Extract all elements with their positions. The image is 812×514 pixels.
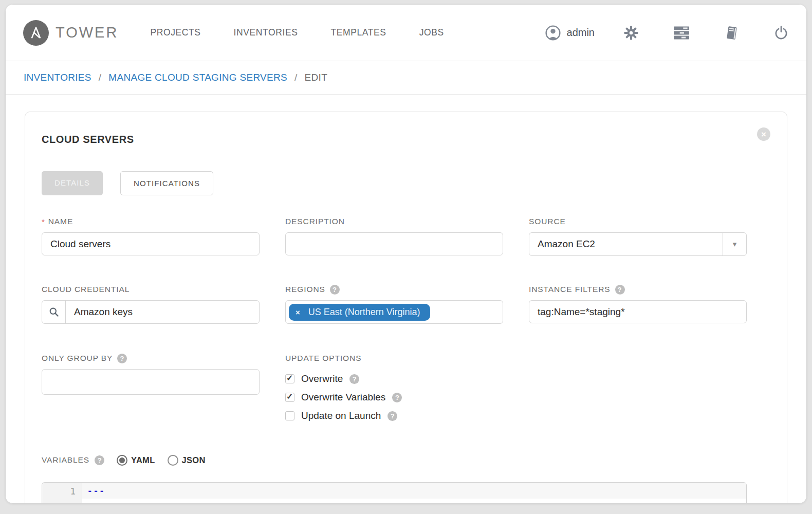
cloud-credential-value: Amazon keys	[66, 301, 259, 323]
form-row-1: * NAME DESCRIPTION SOURCE	[42, 217, 747, 256]
field-cloud-credential: CLOUD CREDENTIAL Amazon keys	[42, 285, 260, 324]
card-title: CLOUD SERVERS	[42, 127, 134, 145]
checkbox-row-update-on-launch[interactable]: Update on Launch ?	[285, 408, 503, 424]
json-radio[interactable]	[168, 455, 178, 466]
source-form: * NAME DESCRIPTION SOURCE	[42, 217, 747, 504]
user-menu[interactable]: admin	[545, 25, 595, 41]
region-tag-label: US East (Northern Virginia)	[308, 307, 420, 318]
breadcrumb-separator: /	[99, 72, 102, 83]
ansible-tower-logo-icon[interactable]	[23, 20, 49, 46]
portal-mode-icon[interactable]	[673, 25, 690, 41]
format-option-json[interactable]: JSON	[168, 455, 206, 466]
description-input[interactable]	[285, 232, 503, 255]
update-on-launch-checkbox[interactable]	[285, 411, 294, 420]
docs-book-icon[interactable]	[724, 25, 740, 41]
checkbox-row-overwrite-variables[interactable]: Overwrite Variables ?	[285, 390, 503, 405]
close-icon[interactable]: ×	[757, 127, 770, 141]
cloud-credential-lookup[interactable]: Amazon keys	[42, 300, 260, 324]
json-radio-label: JSON	[182, 455, 206, 465]
region-tag: × US East (Northern Virginia)	[289, 304, 430, 321]
app-window: TOWER PROJECTS INVENTORIES TEMPLATES JOB…	[5, 4, 807, 504]
field-name: * NAME	[42, 217, 260, 256]
settings-gear-icon[interactable]	[623, 25, 639, 41]
form-row-3: ONLY GROUP BY ? UPDATE OPTIONS Overwrite	[42, 354, 747, 427]
tab-bar: DETAILS NOTIFICATIONS	[42, 171, 770, 195]
format-option-yaml[interactable]: YAML	[117, 455, 155, 466]
form-row-3-spacer	[529, 354, 747, 427]
field-source: SOURCE Amazon EC2 ▾	[529, 217, 747, 256]
field-instance-filters: INSTANCE FILTERS ?	[529, 285, 747, 324]
help-icon[interactable]: ?	[95, 455, 104, 465]
user-avatar-icon	[545, 25, 561, 41]
help-icon[interactable]: ?	[330, 285, 340, 295]
search-icon[interactable]	[42, 301, 66, 323]
field-regions: REGIONS ? × US East (Northern Virginia)	[285, 285, 503, 324]
top-navigation: TOWER PROJECTS INVENTORIES TEMPLATES JOB…	[6, 5, 806, 61]
editor-line-number: 1	[42, 483, 82, 504]
nav-icon-group	[623, 25, 789, 41]
nav-item-jobs[interactable]: JOBS	[419, 27, 444, 38]
help-icon[interactable]: ?	[392, 393, 402, 402]
chevron-down-icon[interactable]: ▾	[723, 233, 746, 255]
overwrite-variables-label: Overwrite Variables	[301, 392, 385, 403]
name-input[interactable]	[42, 232, 260, 255]
overwrite-label: Overwrite	[301, 373, 343, 384]
overwrite-variables-checkbox[interactable]	[285, 393, 294, 402]
help-icon[interactable]: ?	[349, 374, 359, 384]
nav-item-templates[interactable]: TEMPLATES	[330, 27, 386, 38]
only-group-by-input[interactable]	[42, 369, 260, 395]
field-only-group-by: ONLY GROUP BY ?	[42, 354, 260, 427]
breadcrumb-inventories[interactable]: INVENTORIES	[24, 72, 91, 83]
nav-right-group: admin	[545, 25, 789, 41]
field-update-options: UPDATE OPTIONS Overwrite ? Overwrite Var…	[285, 354, 503, 427]
yaml-radio[interactable]	[117, 455, 127, 466]
group-edit-card: CLOUD SERVERS × DETAILS NOTIFICATIONS * …	[25, 112, 787, 504]
field-description: DESCRIPTION	[285, 217, 503, 256]
help-icon[interactable]: ?	[117, 354, 127, 363]
breadcrumb-current: EDIT	[305, 72, 327, 83]
required-star: *	[42, 217, 45, 226]
regions-multiselect[interactable]: × US East (Northern Virginia)	[285, 300, 503, 324]
help-icon[interactable]: ?	[387, 411, 397, 421]
cloud-credential-label: CLOUD CREDENTIAL	[42, 285, 130, 294]
breadcrumb-inventory-name[interactable]: MANAGE CLOUD STAGING SERVERS	[108, 72, 287, 83]
breadcrumb: INVENTORIES / MANAGE CLOUD STAGING SERVE…	[6, 61, 806, 95]
source-selected-value: Amazon EC2	[529, 233, 723, 255]
remove-tag-icon[interactable]: ×	[296, 308, 300, 316]
overwrite-checkbox[interactable]	[285, 374, 294, 383]
card-header: CLOUD SERVERS ×	[42, 127, 770, 145]
variables-code-editor[interactable]: 1 ---	[42, 482, 747, 504]
breadcrumb-separator: /	[294, 72, 298, 83]
regions-label: REGIONS	[285, 285, 325, 294]
update-on-launch-label: Update on Launch	[301, 410, 381, 421]
yaml-radio-label: YAML	[131, 455, 155, 465]
instance-filters-label: INSTANCE FILTERS	[529, 285, 611, 294]
help-icon[interactable]: ?	[615, 285, 625, 295]
page-content: CLOUD SERVERS × DETAILS NOTIFICATIONS * …	[6, 95, 806, 504]
editor-line-content: ---	[82, 483, 746, 499]
main-menu: PROJECTS INVENTORIES TEMPLATES JOBS	[150, 27, 444, 38]
name-label: NAME	[48, 217, 73, 226]
tab-notifications[interactable]: NOTIFICATIONS	[120, 171, 213, 195]
tab-details[interactable]: DETAILS	[42, 171, 103, 195]
variables-header: VARIABLES ? YAML JSON	[42, 453, 747, 467]
only-group-by-label: ONLY GROUP BY	[42, 354, 113, 363]
description-label: DESCRIPTION	[285, 217, 345, 226]
form-row-2: CLOUD CREDENTIAL Amazon keys	[42, 285, 747, 324]
logout-power-icon[interactable]	[773, 25, 789, 41]
editor-body[interactable]: ---	[82, 483, 746, 504]
checkbox-row-overwrite[interactable]: Overwrite ?	[285, 371, 503, 387]
nav-item-inventories[interactable]: INVENTORIES	[234, 27, 298, 38]
source-select[interactable]: Amazon EC2 ▾	[529, 232, 747, 256]
instance-filters-input[interactable]	[529, 300, 747, 323]
update-options-label: UPDATE OPTIONS	[285, 354, 361, 363]
variables-label: VARIABLES	[42, 455, 89, 465]
user-name: admin	[567, 27, 595, 39]
nav-item-projects[interactable]: PROJECTS	[150, 27, 200, 38]
brand-name: TOWER	[56, 24, 118, 41]
source-label: SOURCE	[529, 217, 566, 226]
